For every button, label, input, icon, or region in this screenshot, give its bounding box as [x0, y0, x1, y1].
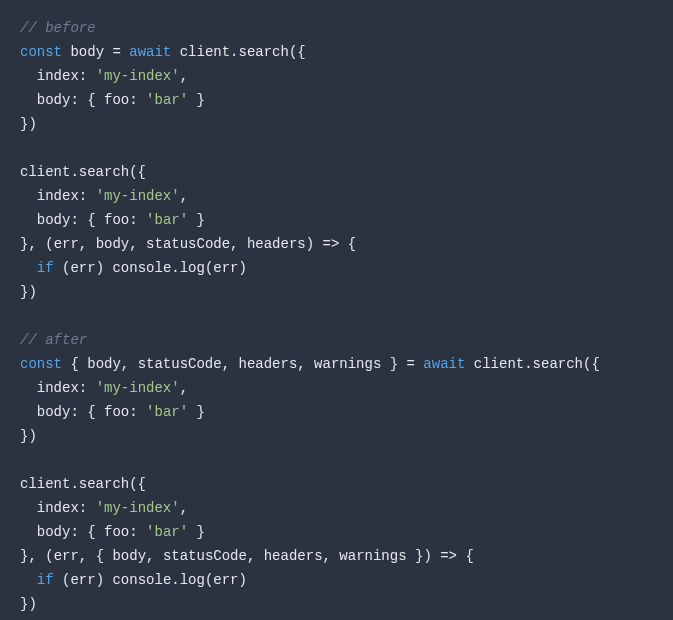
kw-await: await — [129, 44, 171, 60]
ident-body: body — [70, 44, 104, 60]
ident-client-search: client.search — [180, 44, 289, 60]
code-block: // before const body = await client.sear… — [20, 16, 653, 616]
kw-const: const — [20, 44, 62, 60]
comment-after: // after — [20, 332, 87, 348]
kw-if: if — [37, 260, 54, 276]
str-bar: 'bar' — [146, 92, 188, 108]
comment-before: // before — [20, 20, 96, 36]
str-my-index: 'my-index' — [96, 68, 180, 84]
